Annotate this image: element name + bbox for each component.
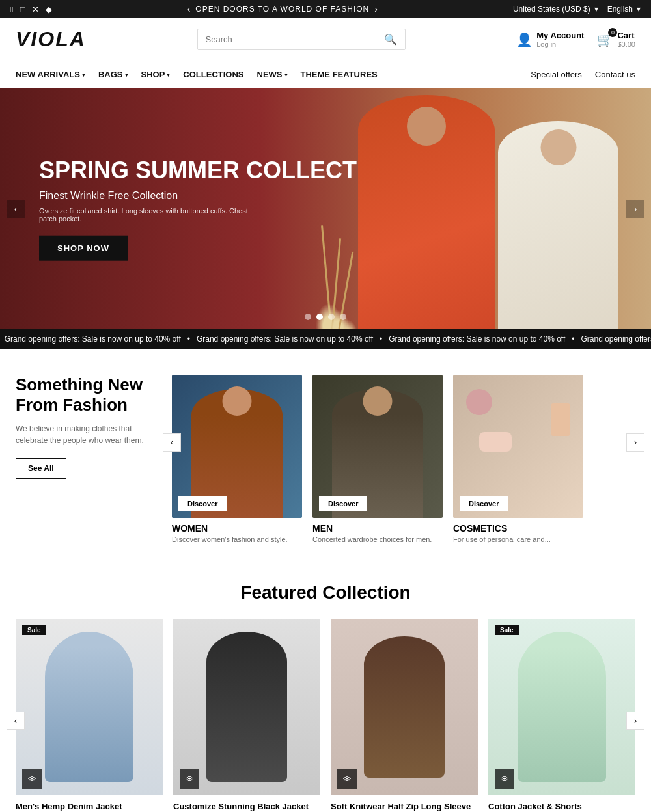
nav-shop-chevron: ▾ [167, 72, 170, 78]
slide-dot-3[interactable] [328, 314, 335, 320]
account-icon: 👤 [516, 32, 533, 47]
nav-left: NEW ARRIVALS ▾ BAGS ▾ SHOP ▾ COLLECTIONS… [16, 70, 531, 79]
carousel-next-button[interactable]: › [626, 433, 644, 452]
main-nav: NEW ARRIVALS ▾ BAGS ▾ SHOP ▾ COLLECTIONS… [0, 61, 651, 88]
denim-jacket-figure [45, 632, 133, 782]
products-prev-button[interactable]: ‹ [7, 712, 25, 730]
pinterest-icon[interactable]: ◆ [46, 5, 52, 14]
promo-banner: ‹ OPEN DOORS TO A WORLD OF FASHION › [187, 4, 378, 14]
site-logo[interactable]: VIOLA [16, 27, 86, 51]
products-wrapper: ‹ Sale 👁 Men's Hemp Denim Jacket $2,500.… [16, 619, 635, 812]
product-card-1: Sale 👁 Men's Hemp Denim Jacket $2,500.00… [16, 619, 163, 812]
suit-figure [518, 632, 606, 782]
category-card-men[interactable]: Discover MEN Concerted wardrobe choices … [312, 375, 443, 543]
region-selector[interactable]: United States (USD $) [513, 5, 590, 14]
cart-link[interactable]: 🛒 0 Cart $0.00 [597, 31, 635, 48]
header-actions: 👤 My Account Log in 🛒 0 Cart $0.00 [516, 31, 635, 48]
search-icon[interactable]: 🔍 [384, 33, 397, 46]
categories-intro: Something New From Fashion We believe in… [16, 375, 159, 479]
account-label: My Account [536, 31, 584, 40]
quickview-button-4[interactable]: 👁 [495, 769, 514, 789]
category-desc-cosmetics: For use of personal care and... [453, 535, 583, 543]
hero-content: SPRING SUMMER COLLECTION Finest Wrinkle … [39, 157, 398, 261]
social-links:  □ ✕ ◆ [10, 5, 52, 14]
search-input[interactable] [206, 34, 379, 44]
category-image-women: Discover [172, 375, 302, 518]
hero-cta-button[interactable]: SHOP NOW [39, 235, 128, 260]
account-sub-label: Log in [536, 40, 584, 48]
nav-new-arrivals-label: NEW ARRIVALS [16, 70, 80, 79]
account-link[interactable]: 👤 My Account Log in [516, 31, 584, 48]
product-image-1: Sale 👁 [16, 619, 163, 795]
nav-shop[interactable]: SHOP ▾ [141, 70, 171, 79]
sweater-figure [364, 636, 445, 778]
nav-shop-label: SHOP [141, 70, 165, 79]
slide-dot-2[interactable] [316, 314, 323, 320]
product-name-2: Customize Stunning Black Jacket [173, 802, 320, 811]
nav-new-arrivals-chevron: ▾ [82, 72, 85, 78]
promo-next-arrow[interactable]: › [374, 4, 378, 14]
categories-carousel-wrapper: ‹ Discover WOMEN Discover women's fashio… [172, 375, 635, 543]
quickview-button-3[interactable]: 👁 [337, 769, 357, 789]
category-image-cosmetics: Discover [453, 375, 583, 518]
top-bar:  □ ✕ ◆ ‹ OPEN DOORS TO A WORLD OF FASHI… [0, 0, 651, 18]
nav-bags-chevron: ▾ [125, 72, 128, 78]
black-jacket-figure [206, 632, 287, 782]
promo-text: OPEN DOORS TO A WORLD OF FASHION [195, 5, 369, 14]
hero-subtitle: Finest Wrinkle Free Collection [39, 189, 398, 201]
categories-carousel: Discover WOMEN Discover women's fashion … [172, 375, 635, 543]
see-all-button[interactable]: See All [16, 458, 66, 479]
nav-special-offers[interactable]: Special offers [531, 70, 582, 79]
marquee-text: Grand opening offers: Sale is now on up … [0, 334, 651, 344]
slide-prev-button[interactable]: ‹ [7, 200, 25, 218]
product-image-3: 👁 [331, 619, 478, 795]
product-image-2: 👁 [173, 619, 320, 795]
slide-next-button[interactable]: › [626, 200, 644, 218]
slide-dot-4[interactable] [340, 314, 346, 320]
promo-prev-arrow[interactable]: ‹ [187, 4, 191, 14]
product-card-2: 👁 Customize Stunning Black Jacket $750.0… [173, 619, 320, 812]
nav-new-arrivals[interactable]: NEW ARRIVALS ▾ [16, 70, 85, 79]
promo-marquee: Grand opening offers: Sale is now on up … [0, 329, 651, 349]
nav-news[interactable]: NEWS ▾ [257, 70, 288, 79]
category-name-women: WOMEN [172, 523, 302, 534]
product-image-4: Sale 👁 [488, 619, 635, 795]
category-desc-men: Concerted wardrobe choices for men. [312, 535, 443, 543]
sale-badge-1: Sale [22, 625, 46, 635]
slide-dot-1[interactable] [305, 314, 311, 320]
hero-banner: SPRING SUMMER COLLECTION Finest Wrinkle … [0, 88, 651, 329]
hero-description: Oversize fit collared shirt. Long sleeve… [39, 206, 260, 222]
language-selector[interactable]: English [607, 5, 633, 14]
product-name-3: Soft Knitwear Half Zip Long Sleeve [331, 802, 478, 811]
nav-news-label: NEWS [257, 70, 283, 79]
quickview-button-1[interactable]: 👁 [22, 769, 42, 789]
featured-section: Featured Collection ‹ Sale 👁 Men's Hemp … [0, 569, 651, 812]
instagram-icon[interactable]: □ [20, 5, 25, 14]
nav-bags[interactable]: BAGS ▾ [98, 70, 128, 79]
nav-theme-features[interactable]: THEME FEATURES [301, 70, 378, 79]
facebook-icon[interactable]:  [10, 5, 14, 14]
products-next-button[interactable]: › [626, 712, 644, 730]
search-bar[interactable]: 🔍 [197, 29, 406, 50]
discover-men-button[interactable]: Discover [319, 496, 367, 511]
category-card-cosmetics[interactable]: Discover COSMETICS For use of personal c… [453, 375, 583, 543]
cart-icon-wrap: 🛒 0 [597, 32, 613, 47]
site-header: VIOLA 🔍 👤 My Account Log in 🛒 0 Cart $0.… [0, 18, 651, 61]
carousel-prev-button[interactable]: ‹ [163, 433, 181, 452]
nav-theme-features-label: THEME FEATURES [301, 70, 378, 79]
discover-cosmetics-button[interactable]: Discover [460, 496, 508, 511]
categories-section: Something New From Fashion We believe in… [0, 349, 651, 569]
twitter-icon[interactable]: ✕ [32, 5, 39, 14]
nav-right: Special offers Contact us [531, 70, 635, 79]
cart-badge: 0 [608, 28, 617, 37]
cart-label: Cart [617, 31, 635, 40]
categories-heading: Something New From Fashion [16, 375, 159, 415]
sale-badge-4: Sale [495, 625, 519, 635]
nav-collections[interactable]: COLLECTIONS [183, 70, 243, 79]
nav-contact-us[interactable]: Contact us [595, 70, 635, 79]
quickview-button-2[interactable]: 👁 [180, 769, 199, 789]
slide-dots [305, 314, 346, 320]
products-row: Sale 👁 Men's Hemp Denim Jacket $2,500.00… [16, 619, 635, 812]
category-card-women[interactable]: Discover WOMEN Discover women's fashion … [172, 375, 302, 543]
discover-women-button[interactable]: Discover [178, 496, 227, 511]
